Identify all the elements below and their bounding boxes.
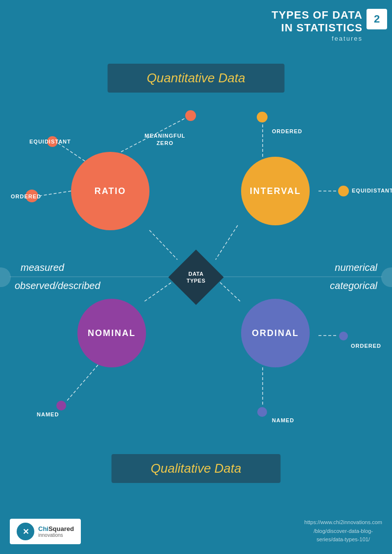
label-ordered-ordinal: ORDERED xyxy=(351,343,381,349)
label-ordered-top-right: ORDERED xyxy=(272,128,302,134)
label-observed: observed/described xyxy=(15,280,100,291)
page-number: 2 xyxy=(367,9,387,29)
svg-line-2 xyxy=(39,191,71,196)
nominal-bottom-dot xyxy=(56,401,66,410)
label-named-left: NAMED xyxy=(37,411,59,417)
logo-icon: ✕ xyxy=(17,523,34,540)
quantitative-banner: Quantitative Data xyxy=(108,64,285,93)
page-title: TYPES OF DATA IN STATISTICS features xyxy=(271,9,363,42)
logo: ✕ ChiSquared innovations xyxy=(10,519,81,544)
label-categorical: categorical xyxy=(330,280,377,291)
interval-circle: INTERVAL xyxy=(241,157,310,225)
diamond-label: DATA TYPES xyxy=(187,270,206,284)
interval-top-dot xyxy=(257,112,268,122)
label-numerical: numerical xyxy=(335,262,377,273)
ratio-circle: RATIO xyxy=(71,152,149,230)
logo-tagline: innovations xyxy=(38,532,74,538)
ordinal-bottom-dot xyxy=(257,407,267,417)
url-text: https://www.chi2innovations.com/blog/dis… xyxy=(304,518,382,544)
interval-right-dot xyxy=(338,186,349,196)
qualitative-banner: Qualitative Data xyxy=(112,454,281,483)
right-side-circle xyxy=(381,267,392,287)
label-equidistant-right: EQUIDISTANT xyxy=(352,188,392,193)
svg-line-6 xyxy=(216,225,238,260)
label-equidistant-left: EQUIDISTANT xyxy=(29,139,71,145)
ordinal-circle: ORDINAL xyxy=(241,299,310,367)
logo-name: ChiSquared xyxy=(38,525,74,533)
label-ordered-left: ORDERED xyxy=(11,193,41,199)
ordinal-right-dot xyxy=(339,332,348,340)
label-meaningful-zero: MEANINGFULZERO xyxy=(145,132,185,147)
svg-line-3 xyxy=(149,230,177,260)
label-measured: measured xyxy=(21,262,64,273)
left-side-circle xyxy=(0,267,11,287)
header-subtitle: features xyxy=(271,35,363,43)
nominal-circle: NOMINAL xyxy=(77,299,146,367)
svg-line-7 xyxy=(66,365,98,402)
label-named-ordinal: NAMED xyxy=(272,417,294,423)
ratio-top-dot xyxy=(185,110,196,121)
